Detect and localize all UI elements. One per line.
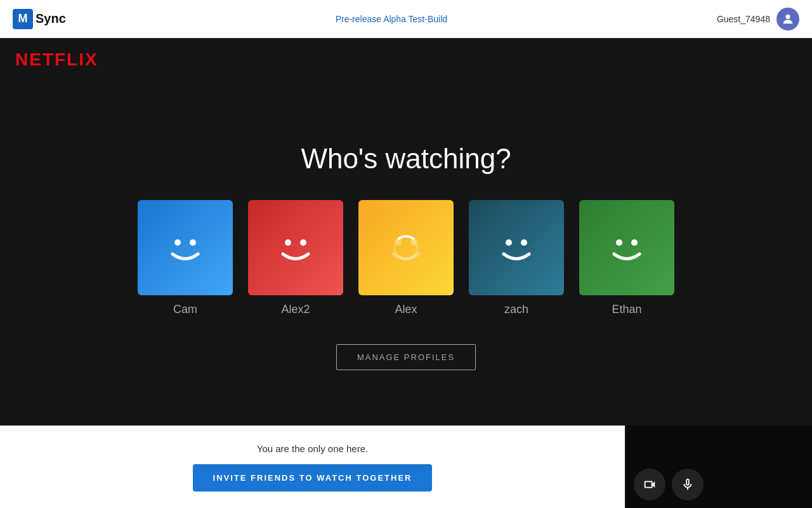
manage-profiles-button[interactable]: MANAGE PROFILES	[336, 344, 476, 370]
svg-point-1	[174, 239, 181, 246]
profile-avatar-alex	[358, 200, 454, 295]
logo-box: M	[13, 9, 33, 29]
svg-point-0	[785, 14, 790, 18]
profile-avatar-cam	[138, 200, 233, 295]
profile-ethan[interactable]: Ethan	[579, 200, 674, 316]
svg-point-4	[300, 239, 306, 246]
video-panel	[626, 425, 812, 508]
logo-text: Sync	[36, 11, 66, 26]
svg-point-2	[190, 239, 196, 246]
whos-watching-title: Who's watching?	[301, 143, 511, 175]
profile-cam[interactable]: Cam	[138, 200, 233, 316]
svg-point-3	[285, 239, 291, 246]
profile-name-cam: Cam	[173, 303, 197, 316]
profile-name-zach: zach	[504, 303, 528, 316]
profiles-row: Cam Alex2	[138, 200, 674, 316]
loading-spinner	[358, 200, 454, 295]
profile-alex[interactable]: Alex	[358, 200, 454, 316]
profile-name-alex: Alex	[395, 303, 417, 316]
profile-avatar-ethan	[579, 200, 674, 295]
bottom-bar: You are the only one here. INVITE FRIEND…	[0, 425, 625, 508]
profile-avatar-zach	[469, 200, 564, 295]
only-one-label: You are the only one here.	[257, 443, 368, 454]
profile-name-ethan: Ethan	[612, 303, 641, 316]
top-nav: M Sync Pre-release Alpha Test-Build Gues…	[0, 0, 812, 38]
svg-point-7	[506, 239, 512, 246]
netflix-logo: NETFLIX	[0, 38, 114, 81]
svg-point-9	[616, 239, 622, 246]
username-label: Guest_74948	[717, 14, 770, 24]
svg-point-10	[631, 239, 638, 246]
invite-friends-button[interactable]: INVITE FRIENDS TO WATCH TOGETHER	[193, 464, 433, 491]
profile-avatar-alex2	[248, 200, 343, 295]
user-area: Guest_74948	[717, 8, 799, 30]
microphone-button[interactable]	[672, 469, 704, 500]
profile-name-alex2: Alex2	[281, 303, 310, 316]
user-avatar[interactable]	[776, 8, 799, 30]
logo-area: M Sync	[13, 9, 66, 29]
profile-alex2[interactable]: Alex2	[248, 200, 343, 316]
profile-zach[interactable]: zach	[469, 200, 564, 316]
svg-point-8	[521, 239, 527, 246]
camera-button[interactable]	[634, 469, 665, 500]
pre-release-badge: Pre-release Alpha Test-Build	[336, 14, 447, 24]
